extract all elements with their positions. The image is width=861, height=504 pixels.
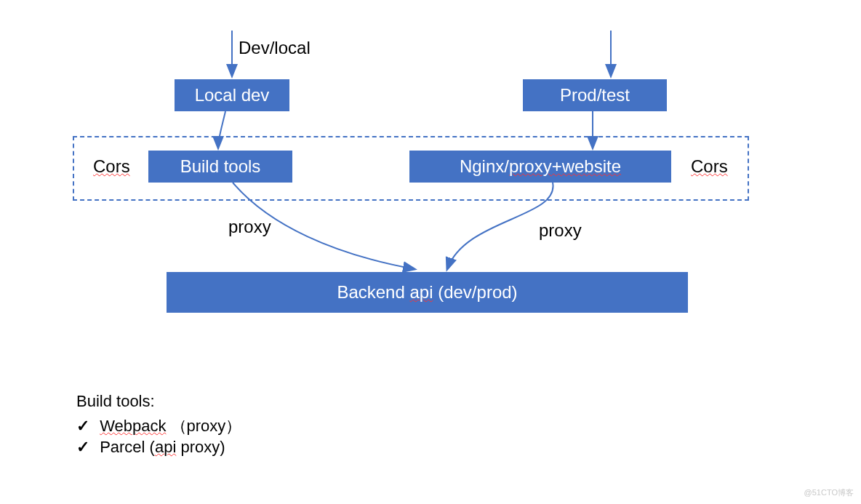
box-build-tools: Build tools <box>148 151 292 183</box>
box-local-dev: Local dev <box>175 79 289 111</box>
label-dev-local: Dev/local <box>239 38 311 58</box>
notes-item-parcel: Parcel (api proxy) <box>76 436 241 458</box>
text-backend: Backend api (dev/prod) <box>337 282 517 303</box>
build-tools-notes: Build tools: Webpack （proxy） Parcel (api… <box>76 391 241 458</box>
label-cors-left: Cors <box>93 156 130 177</box>
label-cors-right: Cors <box>691 156 728 177</box>
notes-item-webpack: Webpack （proxy） <box>76 415 241 437</box>
box-backend-api: Backend api (dev/prod) <box>167 272 688 313</box>
box-prod-test: Prod/test <box>523 79 667 111</box>
text-nginx: Nginx/proxy+website <box>460 156 621 177</box>
label-proxy-right: proxy <box>539 220 582 241</box>
box-nginx-proxy: Nginx/proxy+website <box>409 151 671 183</box>
notes-title: Build tools: <box>76 391 241 412</box>
label-proxy-left: proxy <box>228 217 271 237</box>
watermark: @51CTO博客 <box>804 487 854 498</box>
